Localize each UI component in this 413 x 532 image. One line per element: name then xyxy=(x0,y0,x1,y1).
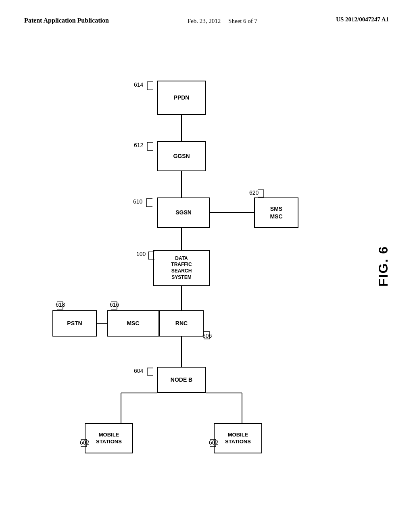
dtss-box: DATA TRAFFIC SEARCH SYSTEM xyxy=(153,250,210,286)
dtss-bracket xyxy=(143,250,157,261)
pstn-bracket xyxy=(55,300,69,311)
nodeb-box: NODE B xyxy=(157,367,206,393)
ggsn-box: GGSN xyxy=(157,141,206,171)
pub-date: Feb. 23, 2012 xyxy=(188,18,221,24)
header: Patent Application Publication Feb. 23, … xyxy=(0,0,413,26)
sgsn-bracket xyxy=(140,197,156,209)
ggsn-bracket xyxy=(141,140,157,152)
ppdn-box: PPDN xyxy=(157,81,206,115)
rnc-bracket xyxy=(202,330,216,341)
sgsn-box: SGSN xyxy=(157,197,210,228)
mobile1-bracket xyxy=(79,437,93,449)
diagram: PPDN 614 GGSN 612 SGSN 610 SMS MSC 62 xyxy=(0,52,413,516)
nodeb-bracket xyxy=(141,366,156,377)
sms-msc-bracket xyxy=(256,188,270,199)
mobile2-bracket xyxy=(208,437,222,449)
msc-bracket xyxy=(109,300,123,311)
msc-box: MSC xyxy=(107,310,159,337)
publication-title: Patent Application Publication xyxy=(24,16,109,25)
rnc-box: RNC xyxy=(159,310,204,337)
page: Patent Application Publication Feb. 23, … xyxy=(0,0,413,532)
header-center: Feb. 23, 2012 Sheet 6 of 7 xyxy=(188,16,257,26)
figure-label: FIG. 6 xyxy=(376,246,391,287)
ppdn-bracket xyxy=(141,80,157,92)
sheet-info: Sheet 6 of 7 xyxy=(228,18,257,24)
pstn-box: PSTN xyxy=(52,310,97,337)
patent-number: US 2012/0047247 A1 xyxy=(336,16,389,23)
sms-msc-box: SMS MSC xyxy=(254,197,298,228)
